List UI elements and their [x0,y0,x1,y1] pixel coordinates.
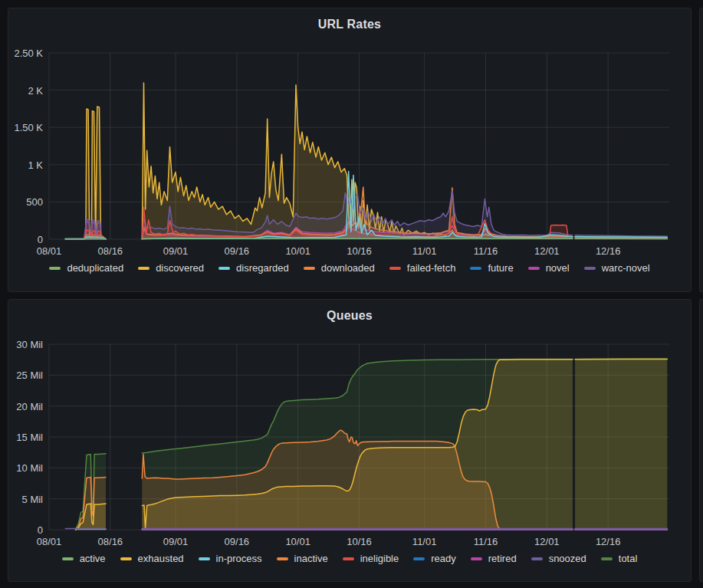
legend-item-novel[interactable]: novel [528,262,570,274]
x-tick-label: 11/16 [474,245,498,257]
queues-chart-canvas[interactable] [49,344,669,530]
legend-label: exhausted [138,553,184,564]
x-tick-label: 11/16 [474,536,498,547]
y-tick-label: 1 K [28,159,43,170]
legend-swatch [62,557,74,560]
y-tick-label: 1.50 K [14,122,43,133]
panel-header-url-rates[interactable]: URL Rates [8,15,691,34]
legend-swatch [343,557,354,560]
legend-swatch [413,557,425,560]
legend-item-future[interactable]: future [470,262,513,274]
legend-queues: activeexhaustedin-processinactiveineligi… [8,553,691,564]
y-tick-label: 10 Mil [16,462,43,474]
x-tick-label: 11/01 [412,536,437,547]
x-axis-queues: 08/0108/1609/0109/1610/0110/1611/0111/16… [49,530,669,550]
legend-swatch [584,267,596,270]
legend-url-rates: deduplicateddiscovereddisregardeddownloa… [8,262,691,274]
y-tick-label: 5 Mil [22,493,43,504]
panel-url-rates: URL Rates 05001 K1.50 K2 K2.50 K 08/0108… [8,8,692,292]
x-tick-label: 08/01 [37,245,62,257]
legend-item-discovered[interactable]: discovered [138,262,204,274]
legend-item-ineligible[interactable]: ineligible [343,553,399,564]
legend-item-deduplicated[interactable]: deduplicated [49,262,123,274]
legend-swatch [218,267,230,270]
legend-swatch [471,557,482,560]
legend-item-exhausted[interactable]: exhausted [120,553,184,564]
legend-item-inactive[interactable]: inactive [277,553,328,564]
legend-label: snoozed [549,553,586,564]
legend-item-failed-fetch[interactable]: failed-fetch [389,262,456,274]
x-tick-label: 08/01 [37,536,62,547]
legend-label: discovered [156,262,204,274]
legend-label: total [619,553,638,564]
x-tick-label: 11/01 [412,245,437,257]
panel-title-queues: Queues [327,309,373,323]
legend-swatch [199,557,210,560]
legend-item-warc-novel[interactable]: warc-novel [584,262,650,274]
legend-item-disregarded[interactable]: disregarded [218,262,289,274]
y-tick-label: 2.50 K [14,48,43,59]
legend-swatch [138,267,149,270]
legend-label: inactive [294,553,328,564]
legend-label: downloaded [321,262,375,274]
legend-swatch [528,267,540,270]
legend-label: active [80,553,106,564]
x-tick-label: 08/16 [98,245,123,257]
x-axis-url-rates: 08/0108/1609/0109/1610/0110/1611/0111/16… [49,239,669,259]
legend-label: deduplicated [67,262,123,274]
x-tick-label: 09/16 [225,245,250,257]
legend-swatch [304,267,315,270]
x-tick-label: 08/16 [98,536,123,547]
legend-swatch [120,557,132,560]
y-tick-label: 15 Mil [16,432,43,443]
legend-label: in-process [216,553,262,564]
legend-label: ineligible [360,553,399,564]
chart-area-queues: 05 Mil10 Mil15 Mil20 Mil25 Mil30 Mil [8,344,691,530]
legend-label: ready [431,553,456,564]
x-tick-label: 12/16 [596,536,621,547]
y-axis-url-rates: 05001 K1.50 K2 K2.50 K [8,53,49,239]
legend-swatch [277,557,288,560]
legend-label: disregarded [236,262,289,274]
y-tick-label: 0 [38,234,43,245]
legend-swatch [49,267,61,270]
legend-item-downloaded[interactable]: downloaded [304,262,375,274]
legend-swatch [389,267,401,270]
y-tick-label: 0 [38,524,43,536]
legend-item-ready[interactable]: ready [413,553,456,564]
legend-item-in-process[interactable]: in-process [199,553,262,564]
x-tick-label: 12/16 [596,245,621,257]
adjacent-panel-edge-bottom [699,299,703,582]
y-tick-label: 30 Mil [16,339,43,350]
legend-item-snoozed[interactable]: snoozed [531,553,586,564]
time-series-plot-url-rates[interactable] [49,53,669,239]
x-tick-label: 10/01 [285,536,310,547]
x-tick-label: 09/01 [163,245,189,257]
legend-item-active[interactable]: active [62,553,106,564]
y-tick-label: 2 K [28,84,43,96]
legend-label: future [488,262,513,274]
panel-header-queues[interactable]: Queues [8,306,691,326]
legend-swatch [531,557,543,560]
y-tick-label: 500 [26,196,43,208]
x-tick-label: 09/01 [163,536,189,547]
url-rates-chart-canvas[interactable] [49,53,669,239]
x-tick-label: 10/16 [347,245,372,257]
x-tick-label: 10/16 [347,536,372,547]
panel-title-url-rates: URL Rates [318,18,381,31]
legend-item-total[interactable]: total [601,553,638,564]
x-tick-label: 12/01 [534,245,560,257]
y-axis-queues: 05 Mil10 Mil15 Mil20 Mil25 Mil30 Mil [8,344,49,530]
y-tick-label: 25 Mil [16,370,43,381]
legend-label: failed-fetch [407,262,456,274]
legend-item-retired[interactable]: retired [471,553,517,564]
x-tick-label: 09/16 [225,536,250,547]
y-tick-label: 20 Mil [16,400,43,412]
panel-queues: Queues 05 Mil10 Mil15 Mil20 Mil25 Mil30 … [8,299,692,582]
legend-label: novel [546,262,570,274]
adjacent-panel-edge-top [699,8,703,292]
time-series-plot-queues[interactable] [49,344,669,530]
legend-swatch [470,267,481,270]
legend-label: retired [488,553,517,564]
legend-swatch [601,557,613,560]
